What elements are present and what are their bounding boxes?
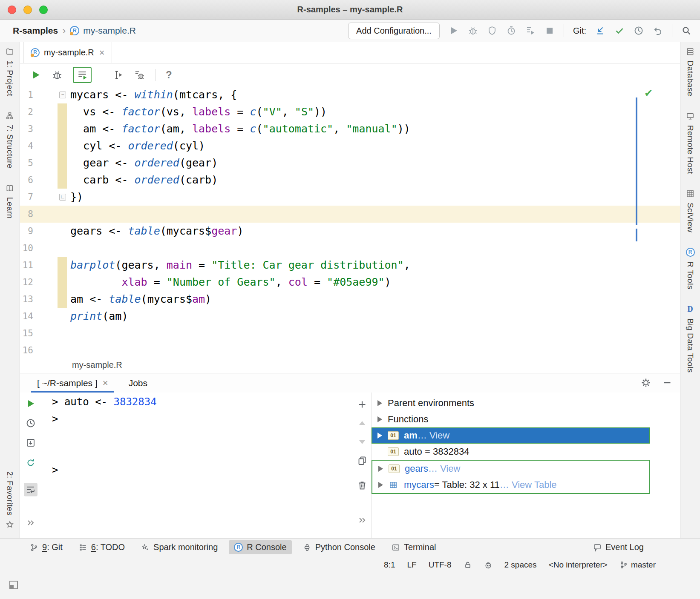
file-encoding[interactable]: UTF-8: [429, 560, 452, 570]
settings-icon[interactable]: [641, 378, 651, 388]
code-editor[interactable]: 1−mycars <- within(mtcars, {2 vs <- fact…: [20, 86, 680, 357]
add-configuration-button[interactable]: Add Configuration...: [348, 23, 440, 39]
console-more-icon[interactable]: [26, 518, 36, 528]
commit-icon[interactable]: [614, 26, 625, 36]
help-button[interactable]: ?: [166, 69, 172, 81]
toolwindow-r-console[interactable]: RR Console: [229, 540, 291, 554]
run-icon[interactable]: [449, 26, 459, 36]
code-line-8[interactable]: 8: [20, 206, 680, 223]
toolwindow-button-structure[interactable]: 7: Structure: [5, 112, 14, 169]
run-file-button[interactable]: [30, 69, 41, 80]
line-separator[interactable]: LF: [407, 560, 417, 570]
debug-icon[interactable]: [468, 26, 478, 36]
toolwindow-button-favorites[interactable]: 2: Favorites: [5, 471, 14, 529]
update-project-icon[interactable]: [595, 26, 605, 36]
toolwindow-button-database[interactable]: Database: [686, 47, 695, 97]
console-scroll-to-end-icon[interactable]: [26, 438, 36, 448]
interpreter-status[interactable]: <No interpreter>: [549, 560, 608, 570]
code-line-15[interactable]: 15: [20, 325, 680, 342]
expand-arrow-icon[interactable]: [378, 482, 383, 488]
delete-icon[interactable]: [357, 480, 367, 490]
toolwindow-button-project[interactable]: 1: Project: [5, 47, 14, 96]
tab-jobs[interactable]: Jobs: [124, 373, 152, 393]
code-line-16[interactable]: 16: [20, 342, 680, 357]
fold-marker-icon[interactable]: ∟: [59, 194, 66, 201]
search-icon[interactable]: [681, 26, 691, 36]
more-icon[interactable]: [357, 515, 367, 525]
breadcrumb-project[interactable]: R-samples: [13, 26, 58, 36]
minimize-window-button[interactable]: [23, 6, 32, 14]
code-line-4[interactable]: 4 cyl <- ordered(cyl): [20, 138, 680, 155]
inspections-ok-icon[interactable]: ✔: [644, 87, 653, 99]
add-watch-icon[interactable]: [357, 399, 367, 410]
caret-position[interactable]: 8:1: [384, 560, 395, 570]
console-history-icon[interactable]: [26, 418, 36, 428]
toolwindow-todo[interactable]: 6: TODO: [74, 540, 130, 554]
close-tab-icon[interactable]: ×: [99, 48, 105, 57]
expand-arrow-icon[interactable]: [377, 416, 382, 422]
toolwindow-switcher-icon[interactable]: [9, 581, 18, 589]
close-tab-icon[interactable]: ×: [103, 378, 108, 388]
console-run-icon[interactable]: [26, 398, 36, 409]
lock-icon[interactable]: [464, 561, 472, 569]
coverage-icon[interactable]: [487, 26, 497, 36]
toolwindow-python-console[interactable]: Python Console: [298, 540, 380, 554]
code-line-9[interactable]: 9gears <- table(mycars$gear): [20, 223, 680, 240]
code-line-1[interactable]: 1−mycars <- within(mtcars, {: [20, 86, 680, 103]
debug-file-button[interactable]: [52, 69, 63, 80]
indent-size[interactable]: 2 spaces: [504, 560, 537, 570]
tab-r-samples-console[interactable]: [ ~/R-samples ] ×: [31, 373, 114, 393]
variable-row-functions[interactable]: Functions: [372, 411, 650, 427]
code-line-6[interactable]: 6 carb <- ordered(carb): [20, 172, 680, 189]
r-console-output[interactable]: > auto <- 3832834>>: [41, 393, 353, 538]
code-line-14[interactable]: 14print(am): [20, 308, 680, 325]
toolwindow-terminal[interactable]: Terminal: [386, 540, 441, 554]
console-rerun-icon[interactable]: [26, 457, 36, 467]
breadcrumb-file[interactable]: my-sample.R: [83, 26, 136, 36]
hide-icon[interactable]: [662, 378, 672, 388]
close-window-button[interactable]: [8, 6, 16, 14]
run-selection-button[interactable]: [77, 69, 88, 80]
variable-row-mycars[interactable]: mycars = Table: 32 x 11 … View Table: [372, 477, 649, 493]
code-line-10[interactable]: 10: [20, 240, 680, 257]
rollback-icon[interactable]: [653, 26, 663, 36]
stop-icon[interactable]: [544, 26, 555, 36]
code-line-13[interactable]: 13am <- table(mycars$am): [20, 291, 680, 308]
toolwindow-button-r-tools[interactable]: RR Tools: [686, 248, 695, 289]
code-line-12[interactable]: 12 xlab = "Number of Gears", col = "#05a…: [20, 274, 680, 291]
move-up-icon[interactable]: [357, 418, 367, 428]
console-soft-wrap-icon[interactable]: [24, 483, 37, 496]
zoom-window-button[interactable]: [39, 6, 48, 14]
variable-row-auto[interactable]: 01auto = 3832834: [372, 444, 650, 460]
debug-selection-button[interactable]: [134, 69, 145, 80]
code-line-2[interactable]: 2 vs <- factor(vs, labels = c("V", "S")): [20, 103, 680, 120]
git-branch-widget[interactable]: master: [619, 560, 656, 570]
run-from-cursor-button[interactable]: [112, 69, 124, 80]
toolwindow-git[interactable]: 9: Git: [25, 540, 68, 554]
variable-row-gears[interactable]: 01gears … View: [372, 461, 649, 477]
toolwindow-button-remote-host[interactable]: Remote Host: [686, 112, 695, 174]
expand-arrow-icon[interactable]: [378, 466, 383, 472]
multi-run-icon[interactable]: [525, 26, 536, 36]
code-line-11[interactable]: 11barplot(gears, main = "Title: Car gear…: [20, 257, 680, 274]
toolwindow-button-sciview[interactable]: SciView: [686, 189, 695, 232]
toolwindow-button-big-data-tools[interactable]: DBig Data Tools: [686, 305, 695, 373]
code-line-3[interactable]: 3 am <- factor(am, labels = c("automatic…: [20, 120, 680, 138]
expand-arrow-icon[interactable]: [377, 433, 382, 439]
code-line-7[interactable]: 7∟}): [20, 189, 680, 206]
profiler-icon[interactable]: [506, 26, 516, 36]
toolwindow-spark-monitoring[interactable]: Spark monitoring: [136, 540, 223, 554]
toolwindow-button-learn[interactable]: Learn: [5, 184, 14, 219]
copy-value-icon[interactable]: [357, 456, 367, 466]
expand-arrow-icon[interactable]: [377, 400, 382, 406]
local-history-icon[interactable]: [634, 26, 644, 36]
breadcrumb-file-item[interactable]: my-sample.R: [72, 360, 122, 370]
toolwindow-event-log[interactable]: Event Log: [588, 540, 649, 554]
code-line-5[interactable]: 5 gear <- ordered(gear): [20, 155, 680, 172]
variable-row-am[interactable]: 01am … View: [372, 427, 650, 444]
move-down-icon[interactable]: [357, 437, 367, 447]
assistant-icon[interactable]: [484, 561, 493, 569]
tab-my-sample[interactable]: R my-sample.R ×: [23, 42, 112, 63]
fold-marker-icon[interactable]: −: [59, 92, 66, 98]
variable-row-parent-environments[interactable]: Parent environments: [372, 395, 650, 411]
